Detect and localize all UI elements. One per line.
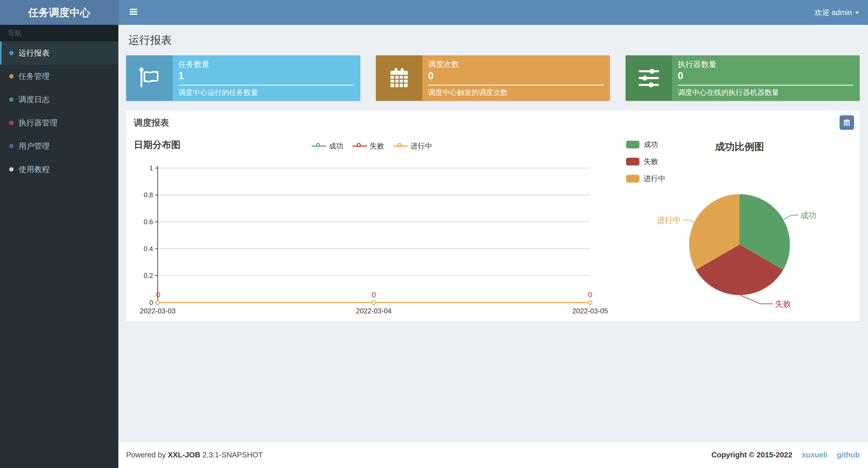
legend-item-success[interactable]: 成功 — [312, 141, 343, 151]
stat-box-job-count: 任务数量 1 调度中心运行的任务数量 — [126, 55, 360, 101]
svg-text:0.2: 0.2 — [144, 272, 153, 280]
pie-label-success: 成功 — [800, 211, 816, 220]
sidebar-item-tutorial[interactable]: 使用教程 — [0, 158, 118, 181]
success-ratio-chart: 成功 失败 进行中 成功比例图 — [618, 135, 860, 321]
sidebar-item-label: 运行报表 — [19, 48, 50, 58]
x-axis-labels: 2022-03-03 2022-03-04 2022-03-05 — [140, 307, 608, 315]
circle-outline-icon — [9, 74, 13, 78]
user-menu[interactable]: 欢迎 admin — [814, 0, 859, 25]
circle-outline-icon — [9, 51, 13, 55]
leader-line-success — [784, 215, 798, 220]
svg-text:2022-03-03: 2022-03-03 — [140, 307, 176, 315]
report-panel-body: 日期分布图 成功 失败 进行中 — [126, 135, 860, 321]
line-circle-marker — [352, 143, 367, 149]
hamburger-icon — [130, 9, 137, 16]
stat-box-trigger-count: 调度次数 0 调度中心触发的调度次数 — [376, 55, 610, 101]
caret-down-icon — [855, 12, 859, 16]
sidebar-item-label: 执行器管理 — [19, 118, 57, 128]
stat-desc: 调度中心运行的任务数量 — [178, 88, 354, 97]
stat-box-row: 任务数量 1 调度中心运行的任务数量 — [126, 55, 860, 101]
welcome-text: 欢迎 admin — [814, 8, 852, 17]
link-xuxueli[interactable]: xuxueli — [802, 451, 828, 459]
date-range-button[interactable] — [840, 115, 854, 130]
top-navbar: 任务调度中心 欢迎 admin — [0, 0, 868, 25]
app-logo[interactable]: 任务调度中心 — [0, 0, 118, 25]
svg-text:0.4: 0.4 — [144, 245, 153, 253]
stat-value: 1 — [178, 70, 354, 82]
sidebar-item-label: 用户管理 — [19, 141, 50, 151]
svg-text:2022-03-05: 2022-03-05 — [572, 307, 608, 315]
svg-text:0: 0 — [588, 290, 592, 299]
pie-label-fail: 失败 — [775, 299, 791, 309]
pie-label-running: 进行中 — [657, 216, 681, 225]
footer: Powered by XXL-JOB 2.3.1-SNAPSHOT Copyri… — [118, 442, 868, 468]
circle-outline-icon — [9, 97, 13, 101]
sidebar-nav-header: 导航 — [0, 25, 118, 41]
stat-box-executor-count: 执行器数量 0 调度中心在线的执行器机器数量 — [625, 55, 860, 101]
svg-text:0: 0 — [372, 290, 376, 299]
page-title: 运行报表 — [128, 34, 860, 47]
svg-text:2022-03-04: 2022-03-04 — [356, 307, 392, 315]
divider — [178, 85, 354, 86]
svg-text:1: 1 — [149, 164, 153, 172]
divider — [678, 85, 854, 86]
stat-value: 0 — [678, 70, 854, 82]
circle-outline-icon — [9, 167, 13, 171]
circle-outline-icon — [9, 121, 13, 125]
circle-outline-icon — [9, 144, 13, 148]
sliders-icon — [625, 55, 672, 101]
main-content: 运行报表 任务数量 1 调度中心运行的任务数量 — [118, 25, 868, 468]
link-github[interactable]: github — [837, 451, 860, 459]
y-axis-labels: 1 0.8 0.6 0.4 0.2 0 — [144, 164, 153, 306]
svg-text:0: 0 — [149, 299, 153, 306]
line-chart-legend: 成功 失败 进行中 — [126, 141, 618, 151]
date-distribution-chart: 日期分布图 成功 失败 进行中 — [126, 135, 618, 321]
calendar-icon — [843, 119, 851, 126]
stat-desc: 调度中心在线的执行器机器数量 — [678, 88, 854, 97]
footer-powered-by: Powered by XXL-JOB 2.3.1-SNAPSHOT — [126, 451, 263, 459]
stat-label: 执行器数量 — [678, 59, 854, 69]
sidebar-item-job-manage[interactable]: 任务管理 — [0, 65, 118, 88]
leader-line-fail — [740, 295, 773, 304]
flag-icon — [126, 55, 173, 101]
stat-value: 0 — [428, 70, 604, 82]
sidebar-item-user-manage[interactable]: 用户管理 — [0, 135, 118, 158]
line-circle-marker — [394, 143, 408, 149]
report-panel-header: 调度报表 — [126, 111, 860, 135]
stat-label: 任务数量 — [178, 59, 354, 69]
sidebar-item-job-log[interactable]: 调度日志 — [0, 88, 118, 111]
copyright-text: Copyright © 2015-2022 — [711, 451, 792, 459]
sidebar-item-run-report[interactable]: 运行报表 — [0, 41, 118, 65]
svg-text:0.8: 0.8 — [144, 191, 153, 199]
legend-item-running[interactable]: 进行中 — [394, 141, 432, 151]
sidebar: 导航 运行报表 任务管理 调度日志 执行器管理 用户管理 使用教程 — [0, 25, 118, 468]
brand-name: XXL-JOB — [168, 451, 200, 459]
stat-label: 调度次数 — [428, 59, 604, 69]
point-value-labels: 0 0 0 — [156, 290, 592, 299]
sidebar-item-label: 调度日志 — [19, 94, 50, 105]
stat-desc: 调度中心触发的调度次数 — [428, 88, 604, 97]
report-panel: 调度报表 — [126, 111, 860, 321]
line-circle-marker — [312, 143, 326, 149]
version: 2.3.1-SNAPSHOT — [203, 451, 263, 459]
calendar-icon — [376, 55, 422, 101]
sidebar-item-label: 任务管理 — [19, 71, 50, 82]
sidebar-item-label: 使用教程 — [19, 164, 50, 175]
panel-title: 调度报表 — [134, 111, 169, 135]
svg-text:0: 0 — [156, 290, 160, 299]
legend-item-fail[interactable]: 失败 — [352, 141, 384, 151]
sidebar-item-executor-manage[interactable]: 执行器管理 — [0, 111, 118, 135]
divider — [428, 85, 604, 86]
menu-toggle-button[interactable] — [126, 0, 144, 25]
line-chart-plot: 1 0.8 0.6 0.4 0.2 0 — [126, 155, 610, 318]
svg-text:0.6: 0.6 — [144, 218, 153, 226]
pie-chart-plot: 成功 失败 进行中 — [618, 135, 860, 321]
footer-copyright: Copyright © 2015-2022 xuxueli github — [711, 451, 860, 459]
